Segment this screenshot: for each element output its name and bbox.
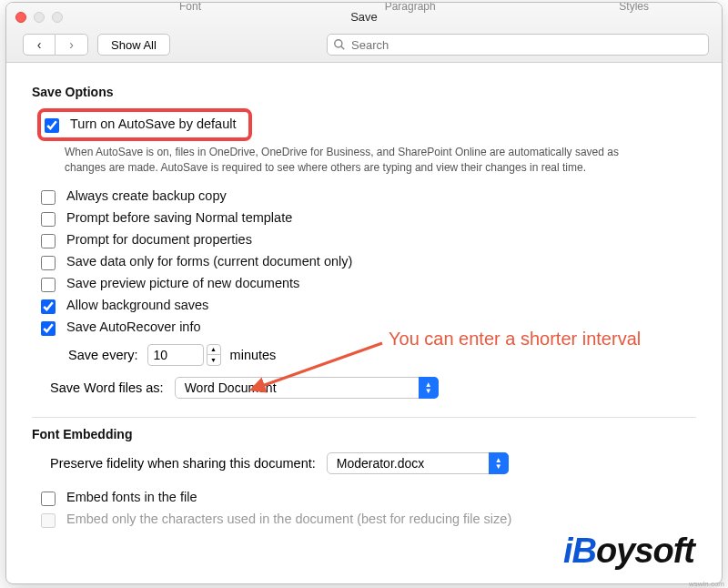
autosave-label: Turn on AutoSave by default — [70, 117, 236, 131]
autosave-checkbox[interactable] — [45, 118, 59, 133]
preserve-value: Moderator.docx — [327, 452, 509, 474]
annotation-arrow-icon — [250, 338, 387, 401]
prompt-normal-label: Prompt before saving Normal template — [66, 210, 292, 225]
svg-point-0 — [335, 40, 342, 47]
back-button[interactable]: ‹ — [23, 34, 56, 56]
chevrons-icon: ▲▼ — [489, 452, 509, 474]
corner-credit: wswin.com — [689, 580, 724, 588]
show-all-button[interactable]: Show All — [97, 34, 170, 56]
backup-label: Always create backup copy — [66, 188, 227, 203]
section-save-options: Save Options — [32, 85, 696, 99]
embed-subset-label: Embed only the characters used in the do… — [66, 512, 511, 526]
annotation-text: You can enter a shorter interval — [389, 329, 641, 350]
save-forms-label: Save data only for forms (current docume… — [66, 254, 352, 269]
search-icon — [333, 38, 346, 51]
content-area: Save Options Turn on AutoSave by default… — [6, 63, 722, 536]
backup-checkbox[interactable] — [41, 190, 56, 205]
preserve-label: Preserve fidelity when sharing this docu… — [50, 456, 316, 471]
save-forms-checkbox[interactable] — [41, 256, 56, 270]
forward-button[interactable]: › — [56, 34, 88, 56]
section-font-embedding: Font Embedding — [32, 427, 696, 441]
embed-subset-checkbox — [41, 513, 56, 528]
prompt-props-checkbox[interactable] — [41, 234, 56, 248]
autorecover-label: Save AutoRecover info — [66, 319, 201, 334]
prompt-props-label: Prompt for document properties — [66, 232, 252, 247]
svg-line-2 — [259, 343, 382, 387]
svg-line-1 — [341, 46, 345, 50]
divider — [32, 417, 696, 418]
stepper-up-button[interactable]: ▲ — [207, 344, 221, 355]
save-as-label: Save Word files as: — [50, 380, 164, 395]
save-every-stepper[interactable]: ▲ ▼ — [147, 344, 221, 366]
save-every-label: Save every: — [68, 348, 138, 362]
save-preview-checkbox[interactable] — [41, 278, 56, 292]
annotation-highlight: Turn on AutoSave by default — [37, 108, 252, 141]
watermark-logo: iBoysoft — [563, 532, 694, 571]
save-every-input[interactable] — [147, 344, 204, 366]
preserve-select[interactable]: Moderator.docx ▲▼ — [327, 452, 509, 474]
embed-fonts-label: Embed fonts in the file — [66, 490, 197, 504]
bg-saves-label: Allow background saves — [66, 298, 208, 312]
window-toolbar: Font Paragraph Styles Save ‹ › Show All — [6, 3, 722, 63]
stepper-down-button[interactable]: ▼ — [207, 355, 221, 366]
embed-fonts-checkbox[interactable] — [41, 492, 56, 506]
preferences-window: Font Paragraph Styles Save ‹ › Show All … — [5, 2, 723, 584]
autosave-help-text: When AutoSave is on, files in OneDrive, … — [65, 145, 629, 177]
chevrons-icon: ▲▼ — [419, 377, 439, 399]
nav-segmented: ‹ › — [23, 34, 88, 56]
bg-saves-checkbox[interactable] — [41, 299, 56, 314]
prompt-normal-checkbox[interactable] — [41, 212, 56, 227]
autorecover-checkbox[interactable] — [41, 321, 56, 336]
search-input[interactable] — [327, 34, 709, 56]
window-title: Save — [6, 10, 722, 24]
save-preview-label: Save preview picture of new documents — [66, 276, 299, 290]
